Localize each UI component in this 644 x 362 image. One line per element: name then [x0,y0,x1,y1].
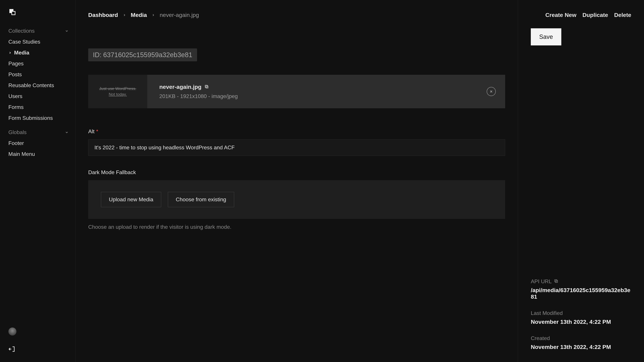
sidebar-item-form-submissions[interactable]: Form Submissions [0,113,75,123]
breadcrumb: Dashboard Media never-again.jpg [88,12,505,18]
nav-section-collections-label: Collections [8,28,35,34]
upload-new-media-button[interactable]: Upload new Media [101,192,161,207]
document-actions: Create New Duplicate Delete [531,12,631,18]
create-new-button[interactable]: Create New [546,12,576,18]
document-sidebar: Create New Duplicate Delete Save API URL… [518,0,644,362]
dark-mode-fallback-hint: Choose an upload to render if the visito… [88,224,505,230]
sidebar-item-media[interactable]: Media [0,47,75,58]
copy-icon [554,279,558,283]
sidebar-item-label: Pages [8,60,24,67]
sidebar-item-label: Media [14,50,29,56]
media-preview-row: Just use WordPress. Not today. never-aga… [88,75,505,108]
alt-input[interactable] [88,139,505,156]
logout-icon [8,346,16,353]
main-content: Dashboard Media never-again.jpg ID: 6371… [76,0,518,362]
sidebar-item-label: Posts [8,71,22,78]
save-button[interactable]: Save [531,28,561,45]
sidebar-item-label: Footer [8,140,24,146]
sidebar-item-posts[interactable]: Posts [0,69,75,80]
api-url-block: API URL /api/media/63716025c155959a32eb3… [531,278,631,300]
id-badge-value: 63716025c155959a32eb3e81 [103,51,192,59]
media-meta: 201KB - 1921x1080 - image/jpeg [159,93,238,99]
dark-mode-fallback-label: Dark Mode Fallback [88,169,136,175]
nav-section-globals-label: Globals [8,129,27,135]
sidebar-item-label: Form Submissions [8,115,53,121]
alt-field-label: Alt [88,128,94,135]
copy-icon [204,84,209,89]
choose-from-existing-button[interactable]: Choose from existing [168,192,234,207]
sidebar-item-label: Reusable Contents [8,82,54,88]
close-icon [489,90,493,93]
svg-rect-2 [556,280,558,283]
media-filename: never-again.jpg [159,84,202,90]
app-logo[interactable] [0,8,75,25]
last-modified-value: November 13th 2022, 4:22 PM [531,319,631,325]
sidebar-item-label: Forms [8,104,24,110]
chevron-down-icon [65,29,68,33]
svg-rect-1 [205,85,208,87]
remove-media-button[interactable] [487,87,496,96]
sidebar-item-footer[interactable]: Footer [0,138,75,149]
last-modified-block: Last Modified November 13th 2022, 4:22 P… [531,310,631,325]
api-url-value: /api/media/63716025c155959a32eb3e81 [531,287,631,300]
copy-filename-button[interactable] [204,84,209,90]
avatar[interactable] [8,328,16,336]
alt-field: Alt * [88,128,505,156]
breadcrumb-current: never-again.jpg [160,12,199,18]
id-badge-label: ID: [93,51,102,59]
delete-button[interactable]: Delete [614,12,631,18]
chevron-right-icon [123,13,126,17]
sidebar-item-case-studies[interactable]: Case Studies [0,36,75,47]
logout-button[interactable] [8,346,75,354]
created-block: Created November 13th 2022, 4:22 PM [531,335,631,350]
sidebar: Collections Case Studies Media Pages Pos… [0,0,76,362]
nav-section-collections[interactable]: Collections [0,25,75,36]
breadcrumb-dashboard[interactable]: Dashboard [88,12,118,18]
chevron-down-icon [65,131,68,134]
created-label: Created [531,335,550,341]
nav-section-globals[interactable]: Globals [0,127,75,138]
api-url-label: API URL [531,278,552,285]
media-thumbnail[interactable]: Just use WordPress. Not today. [88,75,147,108]
sidebar-item-users[interactable]: Users [0,91,75,102]
id-badge: ID: 63716025c155959a32eb3e81 [88,48,197,61]
sidebar-item-label: Users [8,93,22,99]
breadcrumb-media[interactable]: Media [131,12,147,18]
duplicate-button[interactable]: Duplicate [582,12,608,18]
thumb-text-line2: Not today. [109,92,127,97]
sidebar-item-main-menu[interactable]: Main Menu [0,149,75,160]
sidebar-item-forms[interactable]: Forms [0,102,75,113]
dark-mode-fallback-box: Upload new Media Choose from existing [88,180,505,219]
copy-api-url-button[interactable] [554,278,558,285]
svg-rect-0 [206,86,208,88]
sidebar-item-reusable-contents[interactable]: Reusable Contents [0,80,75,91]
sidebar-item-label: Case Studies [8,39,40,45]
created-value: November 13th 2022, 4:22 PM [531,344,631,350]
sidebar-item-pages[interactable]: Pages [0,58,75,69]
thumb-text-line1: Just use WordPress. [99,86,136,91]
media-info-panel: never-again.jpg 201KB - 1921x1080 - imag… [147,75,505,108]
chevron-right-icon [8,51,12,54]
required-indicator: * [96,128,98,135]
last-modified-label: Last Modified [531,310,563,316]
svg-rect-3 [555,280,557,282]
dark-mode-fallback-field: Dark Mode Fallback Upload new Media Choo… [88,169,505,230]
chevron-right-icon [152,13,155,17]
sidebar-item-label: Main Menu [8,151,35,157]
